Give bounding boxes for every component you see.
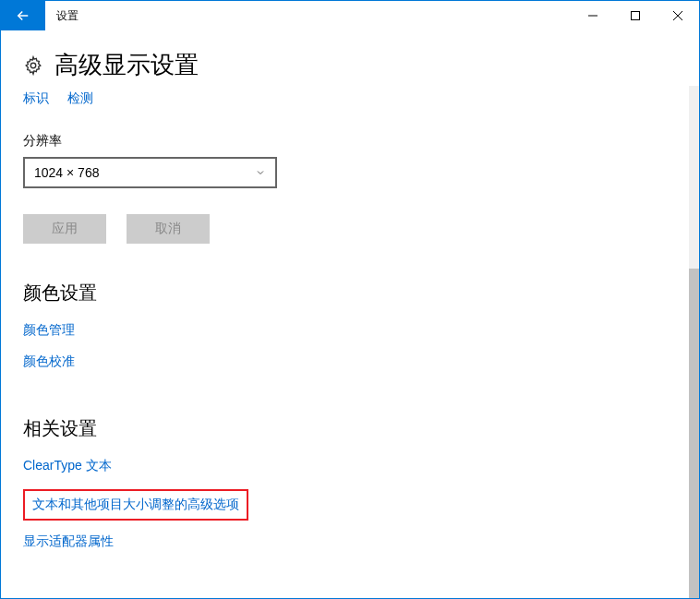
color-management-link[interactable]: 颜色管理 (23, 322, 677, 339)
text-size-advanced-link[interactable]: 文本和其他项目大小调整的高级选项 (32, 497, 239, 513)
content-area: 高级显示设置 标识 检测 分辨率 1024 × 768 应用 取消 颜色设置 颜… (1, 30, 699, 598)
color-section-title: 颜色设置 (23, 281, 677, 305)
button-row: 应用 取消 (23, 214, 677, 244)
close-button[interactable] (657, 1, 699, 30)
chevron-down-icon (255, 167, 266, 178)
highlighted-option: 文本和其他项目大小调整的高级选项 (23, 489, 248, 521)
scrollbar-thumb[interactable] (689, 269, 699, 598)
identify-link[interactable]: 标识 (23, 90, 49, 107)
related-section-title: 相关设置 (23, 416, 677, 441)
resolution-value: 1024 × 768 (34, 165, 99, 180)
svg-point-1 (30, 63, 36, 68)
maximize-icon (631, 11, 640, 20)
title-bar: 设置 (1, 1, 699, 30)
arrow-left-icon (15, 7, 31, 24)
detect-link[interactable]: 检测 (67, 90, 93, 107)
minimize-button[interactable] (572, 1, 614, 30)
page-title: 高级显示设置 (54, 49, 199, 81)
window-title: 设置 (45, 1, 572, 30)
cancel-button[interactable]: 取消 (127, 214, 210, 244)
svg-rect-0 (632, 12, 640, 20)
gear-icon (23, 55, 43, 76)
page-header: 高级显示设置 (23, 49, 677, 81)
apply-button[interactable]: 应用 (23, 214, 106, 244)
close-icon (673, 11, 682, 20)
color-calibration-link[interactable]: 颜色校准 (23, 353, 677, 370)
maximize-button[interactable] (614, 1, 657, 30)
minimize-icon (588, 11, 597, 20)
cleartype-link[interactable]: ClearType 文本 (23, 458, 677, 474)
header-link-row: 标识 检测 (23, 90, 677, 107)
window-controls (572, 1, 699, 30)
back-button[interactable] (1, 1, 45, 30)
display-adapter-link[interactable]: 显示适配器属性 (23, 533, 677, 550)
resolution-select[interactable]: 1024 × 768 (23, 157, 277, 188)
resolution-label: 分辨率 (23, 133, 677, 150)
